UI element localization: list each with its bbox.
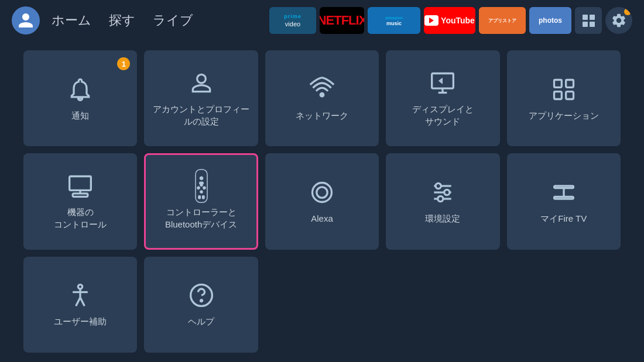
youtube-play-icon [424,15,439,26]
svg-point-38 [200,300,202,302]
firetv-icon [550,178,578,206]
accessibility-label: ユーザー補助 [54,315,107,327]
alexa-label: Alexa [311,212,333,225]
svg-point-16 [203,187,205,189]
app-amazon-music[interactable]: amazon music [368,7,420,34]
photos-label: photos [539,16,562,25]
svg-line-36 [80,298,84,306]
settings-notification-dot [624,8,631,15]
grid-icon [583,15,595,27]
device-control-label: 機器のコントロール [54,206,107,230]
svg-point-22 [317,187,327,198]
accessibility-icon [66,281,94,309]
avatar[interactable] [12,6,40,35]
top-nav: ホーム 探す ライブ prime video NETFLIX amazon mu… [0,0,644,41]
account-label: アカウントとプロフィールの設定 [153,103,249,127]
grid-item-account[interactable]: アカウントとプロフィールの設定 [144,50,258,146]
svg-rect-30 [554,196,573,199]
environment-label: 環境設定 [425,212,460,225]
svg-point-21 [312,182,331,202]
svg-point-26 [436,183,441,188]
grid-item-apps[interactable]: アプリケーション [507,50,621,146]
svg-point-32 [78,285,83,289]
svg-rect-19 [198,196,200,199]
nav-links: ホーム 探す ライブ [52,12,193,29]
app-settings[interactable] [605,7,632,34]
monitor-icon [66,172,94,200]
grid-item-alexa[interactable]: Alexa [265,153,379,249]
display-icon [429,69,457,97]
question-icon [187,281,215,309]
nav-live[interactable]: ライブ [153,12,193,29]
alexa-icon [308,178,336,206]
grid-item-help[interactable]: ヘルプ [144,257,258,353]
help-label: ヘルプ [188,315,214,327]
svg-line-35 [76,298,80,306]
app-photos[interactable]: photos [529,7,571,34]
svg-rect-5 [566,80,573,87]
app-youtube[interactable]: YouTube [424,7,475,34]
app-netflix[interactable]: NETFLIX [320,7,364,34]
person-icon [187,69,215,97]
grid-item-myfiretv[interactable]: マイFire TV [507,153,621,249]
netflix-label: NETFLIX [320,13,364,28]
grid-item-accessibility[interactable]: ユーザー補助 [23,257,137,353]
display-label: ディスプレイとサウンド [412,103,474,127]
grid-item-display[interactable]: ディスプレイとサウンド [386,50,499,146]
wifi-icon [308,75,336,104]
svg-rect-4 [554,80,561,87]
svg-rect-6 [554,91,561,99]
svg-point-27 [444,189,450,195]
apps-label: アプリケーション [529,109,599,122]
nav-home[interactable]: ホーム [52,12,91,29]
myfiretv-label: マイFire TV [540,212,587,225]
controller-label: コントローラーとBluetoothデバイス [165,206,237,230]
grid-item-notifications[interactable]: 1 通知 [23,50,137,146]
svg-rect-8 [70,177,91,191]
remote-icon [187,172,215,200]
youtube-label: YouTube [441,16,475,25]
bell-icon [66,75,94,104]
grid-item-controller[interactable]: コントローラーとBluetoothデバイス [144,153,258,249]
svg-point-28 [438,196,443,201]
svg-rect-11 [73,194,88,197]
network-label: ネットワーク [296,109,348,122]
svg-point-13 [200,177,203,180]
apps-icon [550,75,578,104]
svg-rect-20 [202,196,204,199]
svg-point-15 [197,187,200,189]
notifications-label: 通知 [71,109,89,122]
notification-badge: 1 [117,57,130,70]
grid-item-environment[interactable]: 環境設定 [386,153,499,249]
grid-item-network[interactable]: ネットワーク [265,50,379,146]
app-icons: prime video NETFLIX amazon music YouTube… [269,7,632,34]
app-appstore[interactable]: アプリストア [479,7,526,34]
app-prime-video[interactable]: prime video [269,7,316,34]
nav-search[interactable]: 探す [109,12,135,29]
svg-rect-7 [566,91,573,99]
svg-rect-29 [554,186,573,188]
gear-icon [611,12,627,29]
grid-item-device-control[interactable]: 機器のコントロール [23,153,137,249]
svg-point-18 [200,184,203,187]
svg-point-0 [320,93,324,96]
settings-grid: 1 通知 アカウントとプロフィールの設定 ネットワーク [0,41,644,362]
app-grid[interactable] [575,7,602,34]
svg-point-17 [200,191,203,193]
sliders-icon [429,178,457,206]
